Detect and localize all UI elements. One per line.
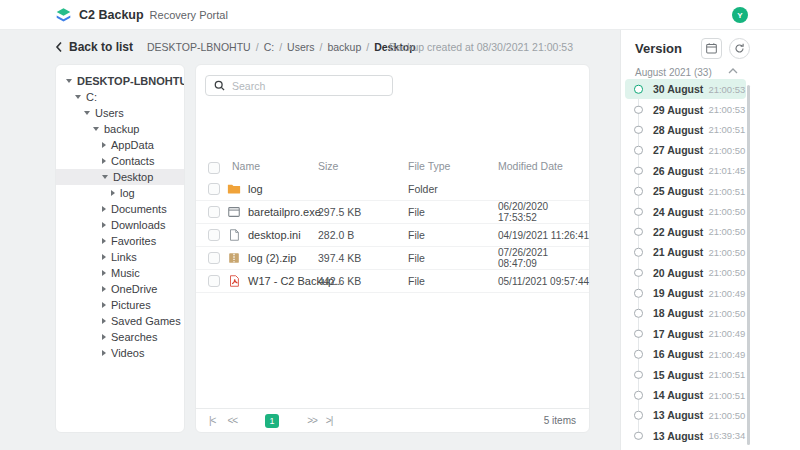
version-date: 13 August	[653, 430, 703, 442]
version-scrollbar[interactable]	[747, 85, 750, 445]
tree-caret-icon[interactable]	[102, 254, 106, 260]
version-dot-icon	[634, 350, 643, 359]
version-item[interactable]: 13 August 16:39:34	[625, 426, 746, 446]
tree-caret-icon[interactable]	[102, 286, 106, 292]
row-checkbox[interactable]	[208, 183, 220, 195]
version-item[interactable]: 15 August 21:00:51	[625, 364, 746, 384]
row-checkbox[interactable]	[208, 229, 220, 241]
tree-caret-icon[interactable]	[102, 206, 106, 212]
tree-caret-icon[interactable]	[102, 318, 106, 324]
search-input[interactable]	[230, 76, 389, 95]
collapse-group-icon[interactable]	[728, 68, 738, 74]
tree-caret-icon[interactable]	[102, 158, 106, 164]
tree-caret-icon[interactable]	[102, 222, 106, 228]
version-item[interactable]: 22 August 21:00:50	[625, 222, 746, 242]
tree-item[interactable]: Desktop	[56, 169, 184, 185]
breadcrumb-segment[interactable]: DESKTOP-LBNOHTU	[147, 41, 251, 53]
tree-item[interactable]: Searches	[56, 329, 184, 345]
tree-item[interactable]: Favorites	[56, 233, 184, 249]
tree-item[interactable]: log	[56, 185, 184, 201]
version-item[interactable]: 17 August 21:00:49	[625, 324, 746, 344]
user-avatar[interactable]: Y	[732, 7, 748, 23]
tree-caret-icon[interactable]	[102, 142, 106, 148]
tree-caret-icon[interactable]	[75, 95, 81, 99]
table-row[interactable]: baretailpro.exe 297.5 KB File 06/20/2020…	[196, 200, 589, 223]
file-type: File	[408, 252, 425, 264]
table-row[interactable]: log (2).zip 397.4 KB File 07/26/2021 08:…	[196, 246, 589, 269]
version-item[interactable]: 25 August 21:00:51	[625, 181, 746, 201]
version-item[interactable]: 16 August 21:00:49	[625, 344, 746, 364]
version-item[interactable]: 20 August 21:00:50	[625, 263, 746, 283]
tree-caret-icon[interactable]	[84, 111, 90, 115]
tree-item[interactable]: Documents	[56, 201, 184, 217]
tree-caret-icon[interactable]	[102, 302, 106, 308]
row-checkbox[interactable]	[208, 275, 220, 287]
recovery-portal-page: C2 Backup Recovery Portal Y Back to list…	[0, 0, 800, 450]
version-item[interactable]: 21 August 21:00:50	[625, 242, 746, 262]
tree-item[interactable]: Music	[56, 265, 184, 281]
version-dot-icon	[634, 126, 643, 135]
tree-caret-icon[interactable]	[102, 270, 106, 276]
version-dot-icon	[634, 309, 643, 318]
tree-item[interactable]: Downloads	[56, 217, 184, 233]
pagination-next-button[interactable]: >>	[307, 415, 317, 426]
version-time: 21:00:53	[708, 84, 745, 95]
breadcrumb-segment[interactable]: backup	[327, 41, 361, 53]
version-time: 21:00:50	[708, 145, 745, 156]
exe-icon	[227, 205, 241, 219]
tree-caret-icon[interactable]	[102, 350, 106, 356]
tree-caret-icon[interactable]	[66, 79, 72, 83]
version-item[interactable]: 28 August 21:00:51	[625, 120, 746, 140]
tree-item[interactable]: Links	[56, 249, 184, 265]
table-row[interactable]: W17 - C2 Backup... 442.6 KB File 05/11/2…	[196, 269, 589, 292]
breadcrumb-segment[interactable]: Users	[287, 41, 314, 53]
version-item[interactable]: 19 August 21:00:49	[625, 283, 746, 303]
tree-item[interactable]: Users	[56, 105, 184, 121]
pagination-current-page[interactable]: 1	[265, 414, 279, 428]
tree-item[interactable]: backup	[56, 121, 184, 137]
tree-item[interactable]: Saved Games	[56, 313, 184, 329]
tree-item-label: Searches	[111, 331, 157, 343]
tree-item[interactable]: OneDrive	[56, 281, 184, 297]
refresh-button[interactable]	[729, 38, 750, 59]
tree-item-label: backup	[104, 123, 139, 135]
tree-caret-icon[interactable]	[102, 238, 106, 244]
tree-caret-icon[interactable]	[111, 190, 115, 196]
breadcrumb-segment[interactable]: C:	[264, 41, 275, 53]
back-to-list-label: Back to list	[69, 40, 133, 54]
tree-caret-icon[interactable]	[102, 334, 106, 340]
version-dot-icon	[634, 207, 643, 216]
table-row[interactable]: desktop.ini 282.0 B File 04/19/2021 11:2…	[196, 223, 589, 246]
version-item[interactable]: 30 August 21:00:53	[625, 79, 746, 99]
back-to-list-button[interactable]: Back to list	[55, 40, 133, 54]
tree-caret-icon[interactable]	[102, 175, 108, 179]
version-item[interactable]: 18 August 21:00:50	[625, 303, 746, 323]
version-time: 16:39:34	[708, 430, 745, 441]
pagination-first-button[interactable]: |<	[209, 415, 215, 426]
version-item[interactable]: 27 August 21:00:50	[625, 140, 746, 160]
tree-item[interactable]: Contacts	[56, 153, 184, 169]
calendar-view-button[interactable]	[701, 38, 722, 59]
version-date: 27 August	[653, 144, 703, 156]
tree-item[interactable]: C:	[56, 89, 184, 105]
tree-item[interactable]: Videos	[56, 345, 184, 361]
table-row[interactable]: log Folder	[196, 178, 589, 200]
version-date: 20 August	[653, 267, 703, 279]
version-item[interactable]: 26 August 21:01:45	[625, 161, 746, 181]
row-checkbox[interactable]	[208, 252, 220, 264]
pagination-prev-button[interactable]: <<	[227, 415, 237, 426]
row-checkbox[interactable]	[208, 206, 220, 218]
pagination-last-button[interactable]: >|	[326, 415, 332, 426]
file-size: 442.6 KB	[318, 275, 361, 287]
version-item[interactable]: 13 August 21:00:50	[625, 405, 746, 425]
version-item[interactable]: 24 August 21:00:50	[625, 201, 746, 221]
file-size: 397.4 KB	[318, 252, 361, 264]
version-item[interactable]: 14 August 21:00:51	[625, 385, 746, 405]
version-item[interactable]: 29 August 21:00:53	[625, 99, 746, 119]
tree-item[interactable]: DESKTOP-LBNOHTU	[56, 73, 184, 89]
tree-item[interactable]: Pictures	[56, 297, 184, 313]
select-all-checkbox[interactable]	[208, 162, 220, 174]
tree-item[interactable]: AppData	[56, 137, 184, 153]
tree-caret-icon[interactable]	[93, 127, 99, 131]
version-time: 21:00:49	[708, 328, 745, 339]
